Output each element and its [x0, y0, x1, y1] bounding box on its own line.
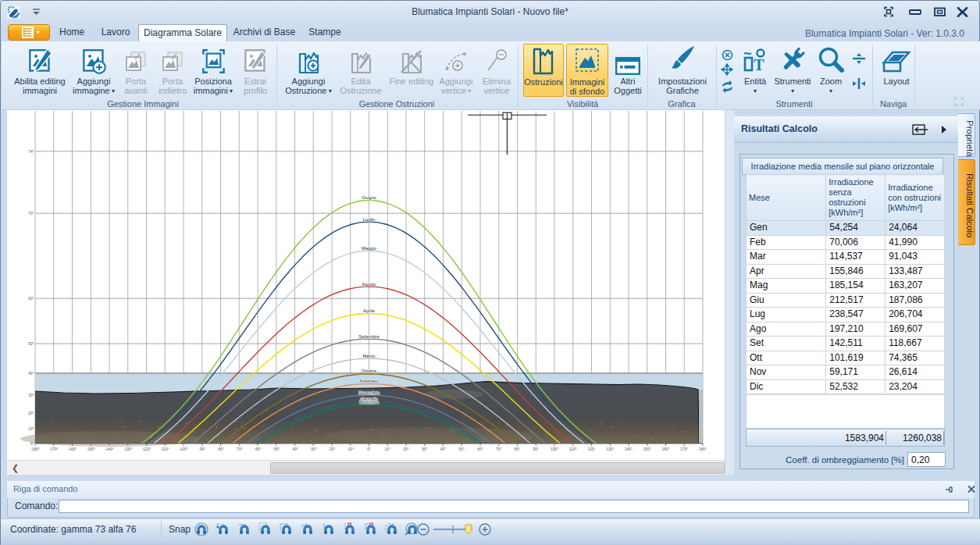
- svg-text:-70°: -70°: [236, 447, 243, 451]
- svg-text:100°: 100°: [551, 447, 558, 451]
- svg-text:0°: 0°: [367, 447, 371, 451]
- svg-text:Marzo: Marzo: [362, 354, 375, 358]
- svg-text:Ottobre: Ottobre: [362, 369, 376, 373]
- svg-text:80°: 80°: [515, 447, 520, 451]
- svg-text:70°: 70°: [28, 212, 34, 216]
- svg-text:Dicembre: Dicembre: [359, 400, 379, 404]
- svg-text:Aprile: Aprile: [363, 308, 375, 313]
- svg-text:130°: 130°: [606, 447, 614, 451]
- svg-text:70°: 70°: [496, 447, 501, 451]
- svg-text:20°: 20°: [403, 447, 408, 451]
- svg-text:Novembre: Novembre: [358, 390, 380, 395]
- svg-text:-40°: -40°: [291, 447, 298, 451]
- svg-text:-90°: -90°: [198, 447, 205, 451]
- svg-text:10°: 10°: [28, 427, 34, 431]
- svg-text:Luglio: Luglio: [363, 217, 375, 222]
- svg-text:Febbraio: Febbraio: [360, 379, 378, 383]
- svg-text:50°: 50°: [28, 342, 34, 346]
- svg-text:160°: 160°: [662, 447, 670, 451]
- svg-text:110°: 110°: [569, 447, 577, 451]
- svg-text:-30°: -30°: [310, 447, 317, 451]
- svg-text:-170°: -170°: [49, 447, 59, 451]
- svg-text:-60°: -60°: [255, 447, 262, 451]
- svg-text:40°: 40°: [440, 447, 446, 451]
- svg-text:90°: 90°: [533, 447, 539, 451]
- svg-text:30°: 30°: [28, 394, 34, 397]
- svg-text:60°: 60°: [477, 447, 483, 451]
- svg-text:-150°: -150°: [86, 447, 95, 451]
- svg-text:170°: 170°: [680, 447, 688, 451]
- svg-text:150°: 150°: [643, 447, 651, 451]
- svg-text:-100°: -100°: [179, 447, 188, 451]
- svg-text:Agosto: Agosto: [362, 282, 376, 287]
- svg-text:0°: 0°: [30, 442, 34, 446]
- svg-text:140°: 140°: [625, 447, 633, 451]
- svg-text:-180°: -180°: [30, 447, 40, 451]
- svg-text:Settembre: Settembre: [358, 334, 380, 339]
- svg-text:-10°: -10°: [347, 447, 354, 451]
- svg-text:-130°: -130°: [123, 447, 133, 451]
- svg-text:74°: 74°: [28, 150, 34, 154]
- svg-text:120°: 120°: [588, 447, 596, 451]
- svg-text:-110°: -110°: [161, 447, 169, 451]
- svg-text:20°: 20°: [28, 411, 34, 415]
- svg-text:-20°: -20°: [329, 447, 336, 451]
- svg-text:-50°: -50°: [273, 447, 280, 451]
- svg-text:-120°: -120°: [142, 447, 151, 451]
- svg-text:Giugno: Giugno: [362, 195, 376, 200]
- svg-text:180°: 180°: [699, 447, 707, 451]
- svg-text:30°: 30°: [422, 447, 427, 451]
- svg-text:-160°: -160°: [68, 447, 77, 451]
- svg-text:-140°: -140°: [105, 447, 114, 451]
- svg-text:T: T: [754, 56, 764, 73]
- svg-text:Maggio: Maggio: [362, 246, 376, 251]
- svg-text:60°: 60°: [28, 297, 34, 301]
- svg-text:10°: 10°: [385, 447, 390, 451]
- svg-text:50°: 50°: [459, 447, 465, 451]
- svg-text:-80°: -80°: [217, 447, 224, 451]
- svg-text:40°: 40°: [28, 372, 34, 376]
